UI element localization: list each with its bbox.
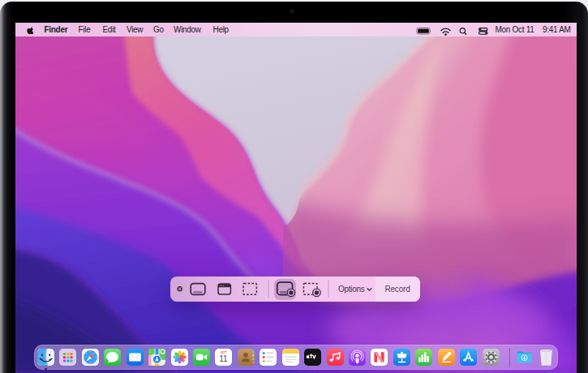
svg-text:11: 11 [220, 354, 229, 363]
